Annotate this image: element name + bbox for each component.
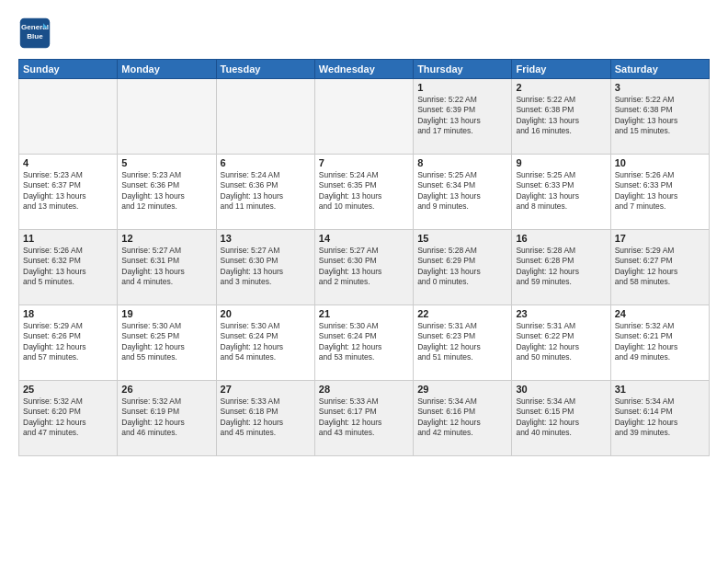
day-info: Sunrise: 5:27 AM Sunset: 6:30 PM Dayligh… (319, 246, 409, 288)
calendar-cell: 18Sunrise: 5:29 AM Sunset: 6:26 PM Dayli… (19, 305, 118, 381)
calendar-cell: 26Sunrise: 5:32 AM Sunset: 6:19 PM Dayli… (118, 381, 216, 456)
day-number: 31 (615, 384, 705, 395)
day-info: Sunrise: 5:30 AM Sunset: 6:24 PM Dayligh… (221, 321, 311, 363)
day-info: Sunrise: 5:34 AM Sunset: 6:14 PM Dayligh… (615, 396, 705, 439)
day-number: 17 (615, 233, 705, 244)
day-of-week-header: Friday (512, 60, 610, 79)
calendar-cell: 11Sunrise: 5:26 AM Sunset: 6:32 PM Dayli… (19, 230, 118, 305)
day-info: Sunrise: 5:22 AM Sunset: 6:38 PM Dayligh… (615, 95, 705, 137)
page: General Blue SundayMondayTuesdayWednesda… (0, 0, 728, 563)
calendar-cell (314, 79, 413, 155)
day-number: 7 (319, 157, 409, 168)
day-number: 13 (221, 233, 311, 244)
day-number: 28 (319, 384, 409, 395)
calendar-cell: 20Sunrise: 5:30 AM Sunset: 6:24 PM Dayli… (216, 305, 314, 381)
day-info: Sunrise: 5:30 AM Sunset: 6:24 PM Dayligh… (319, 321, 409, 363)
day-number: 27 (221, 384, 311, 395)
day-of-week-header: Wednesday (314, 60, 413, 79)
calendar-cell: 23Sunrise: 5:31 AM Sunset: 6:22 PM Dayli… (512, 305, 610, 381)
day-info: Sunrise: 5:32 AM Sunset: 6:19 PM Dayligh… (121, 396, 211, 439)
calendar-cell: 1Sunrise: 5:22 AM Sunset: 6:39 PM Daylig… (414, 79, 512, 155)
day-of-week-header: Sunday (19, 60, 118, 79)
day-info: Sunrise: 5:24 AM Sunset: 6:35 PM Dayligh… (319, 170, 409, 213)
calendar-cell: 28Sunrise: 5:33 AM Sunset: 6:17 PM Dayli… (314, 381, 413, 456)
day-info: Sunrise: 5:29 AM Sunset: 6:27 PM Dayligh… (615, 246, 705, 288)
day-info: Sunrise: 5:31 AM Sunset: 6:23 PM Dayligh… (417, 321, 507, 363)
svg-text:Blue: Blue (27, 32, 43, 40)
day-info: Sunrise: 5:28 AM Sunset: 6:29 PM Dayligh… (417, 246, 507, 288)
calendar-header-row: SundayMondayTuesdayWednesdayThursdayFrid… (19, 60, 710, 79)
calendar-cell: 9Sunrise: 5:25 AM Sunset: 6:33 PM Daylig… (512, 155, 610, 230)
day-info: Sunrise: 5:28 AM Sunset: 6:28 PM Dayligh… (516, 246, 606, 288)
calendar-week-row: 11Sunrise: 5:26 AM Sunset: 6:32 PM Dayli… (19, 230, 710, 305)
day-info: Sunrise: 5:31 AM Sunset: 6:22 PM Dayligh… (516, 321, 606, 363)
day-number: 29 (417, 384, 507, 395)
day-info: Sunrise: 5:30 AM Sunset: 6:25 PM Dayligh… (121, 321, 211, 363)
day-number: 18 (23, 308, 113, 319)
calendar-cell: 16Sunrise: 5:28 AM Sunset: 6:28 PM Dayli… (512, 230, 610, 305)
calendar-cell (216, 79, 314, 155)
calendar-week-row: 18Sunrise: 5:29 AM Sunset: 6:26 PM Dayli… (19, 305, 710, 381)
calendar-cell: 21Sunrise: 5:30 AM Sunset: 6:24 PM Dayli… (314, 305, 413, 381)
day-info: Sunrise: 5:23 AM Sunset: 6:37 PM Dayligh… (23, 170, 113, 213)
logo: General Blue (18, 17, 55, 50)
calendar-cell: 6Sunrise: 5:24 AM Sunset: 6:36 PM Daylig… (216, 155, 314, 230)
calendar-week-row: 25Sunrise: 5:32 AM Sunset: 6:20 PM Dayli… (19, 381, 710, 456)
day-info: Sunrise: 5:32 AM Sunset: 6:21 PM Dayligh… (615, 321, 705, 363)
calendar-cell: 10Sunrise: 5:26 AM Sunset: 6:33 PM Dayli… (610, 155, 709, 230)
calendar-cell: 14Sunrise: 5:27 AM Sunset: 6:30 PM Dayli… (314, 230, 413, 305)
day-info: Sunrise: 5:34 AM Sunset: 6:15 PM Dayligh… (516, 396, 606, 439)
day-of-week-header: Monday (118, 60, 216, 79)
calendar-cell: 2Sunrise: 5:22 AM Sunset: 6:38 PM Daylig… (512, 79, 610, 155)
day-number: 25 (23, 384, 113, 395)
day-info: Sunrise: 5:26 AM Sunset: 6:32 PM Dayligh… (23, 246, 113, 288)
calendar-cell: 4Sunrise: 5:23 AM Sunset: 6:37 PM Daylig… (19, 155, 118, 230)
calendar-cell: 27Sunrise: 5:33 AM Sunset: 6:18 PM Dayli… (216, 381, 314, 456)
day-number: 24 (615, 308, 705, 319)
calendar-cell: 12Sunrise: 5:27 AM Sunset: 6:31 PM Dayli… (118, 230, 216, 305)
day-info: Sunrise: 5:26 AM Sunset: 6:33 PM Dayligh… (615, 170, 705, 213)
day-info: Sunrise: 5:25 AM Sunset: 6:34 PM Dayligh… (417, 170, 507, 213)
calendar-cell: 31Sunrise: 5:34 AM Sunset: 6:14 PM Dayli… (610, 381, 709, 456)
calendar-cell (19, 79, 118, 155)
calendar-cell: 30Sunrise: 5:34 AM Sunset: 6:15 PM Dayli… (512, 381, 610, 456)
day-number: 20 (221, 308, 311, 319)
calendar-week-row: 4Sunrise: 5:23 AM Sunset: 6:37 PM Daylig… (19, 155, 710, 230)
day-number: 10 (615, 157, 705, 168)
logo-icon: General Blue (18, 17, 51, 50)
day-of-week-header: Tuesday (216, 60, 314, 79)
calendar-week-row: 1Sunrise: 5:22 AM Sunset: 6:39 PM Daylig… (19, 79, 710, 155)
calendar: SundayMondayTuesdayWednesdayThursdayFrid… (18, 59, 710, 456)
day-number: 23 (516, 308, 606, 319)
day-info: Sunrise: 5:23 AM Sunset: 6:36 PM Dayligh… (121, 170, 211, 213)
day-info: Sunrise: 5:24 AM Sunset: 6:36 PM Dayligh… (221, 170, 311, 213)
day-info: Sunrise: 5:33 AM Sunset: 6:17 PM Dayligh… (319, 396, 409, 439)
day-info: Sunrise: 5:29 AM Sunset: 6:26 PM Dayligh… (23, 321, 113, 363)
day-number: 21 (319, 308, 409, 319)
calendar-cell: 13Sunrise: 5:27 AM Sunset: 6:30 PM Dayli… (216, 230, 314, 305)
day-info: Sunrise: 5:22 AM Sunset: 6:39 PM Dayligh… (417, 95, 507, 137)
day-of-week-header: Saturday (610, 60, 709, 79)
day-info: Sunrise: 5:25 AM Sunset: 6:33 PM Dayligh… (516, 170, 606, 213)
day-number: 11 (23, 233, 113, 244)
calendar-cell: 15Sunrise: 5:28 AM Sunset: 6:29 PM Dayli… (414, 230, 512, 305)
calendar-cell (118, 79, 216, 155)
calendar-cell: 19Sunrise: 5:30 AM Sunset: 6:25 PM Dayli… (118, 305, 216, 381)
day-number: 16 (516, 233, 606, 244)
day-number: 3 (615, 82, 705, 93)
calendar-cell: 17Sunrise: 5:29 AM Sunset: 6:27 PM Dayli… (610, 230, 709, 305)
calendar-cell: 3Sunrise: 5:22 AM Sunset: 6:38 PM Daylig… (610, 79, 709, 155)
day-info: Sunrise: 5:22 AM Sunset: 6:38 PM Dayligh… (516, 95, 606, 137)
day-number: 19 (121, 308, 211, 319)
day-number: 22 (417, 308, 507, 319)
day-number: 1 (417, 82, 507, 93)
day-info: Sunrise: 5:34 AM Sunset: 6:16 PM Dayligh… (417, 396, 507, 439)
calendar-cell: 29Sunrise: 5:34 AM Sunset: 6:16 PM Dayli… (414, 381, 512, 456)
day-number: 26 (121, 384, 211, 395)
day-number: 14 (319, 233, 409, 244)
day-of-week-header: Thursday (414, 60, 512, 79)
day-number: 5 (121, 157, 211, 168)
calendar-cell: 8Sunrise: 5:25 AM Sunset: 6:34 PM Daylig… (414, 155, 512, 230)
day-number: 8 (417, 157, 507, 168)
calendar-cell: 22Sunrise: 5:31 AM Sunset: 6:23 PM Dayli… (414, 305, 512, 381)
